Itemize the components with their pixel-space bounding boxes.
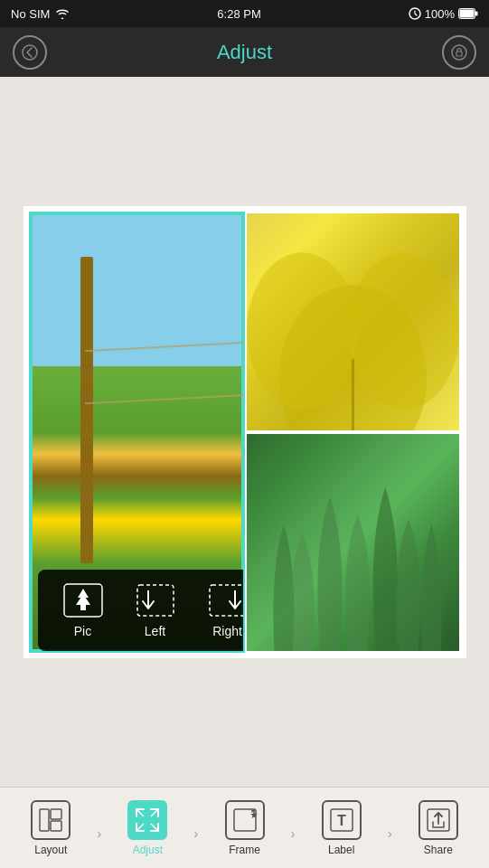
bottom-label-frame: Frame [229,844,260,856]
bottom-label-layout: Layout [34,844,67,856]
svg-rect-22 [51,809,61,819]
toolbar-label-pic: Pic [74,624,91,638]
battery-label: 100% [425,7,455,21]
toolbar-label-right: Right [212,624,242,638]
nav-bar: Adjust [0,27,489,77]
bottom-item-share[interactable]: Share [392,800,484,856]
svg-line-25 [151,809,158,816]
photo-cell-flowers[interactable]: Pic Left [31,213,243,651]
fence-wire-2 [85,392,243,404]
svg-rect-10 [80,605,86,610]
page-title: Adjust [217,41,272,64]
collage-container: Pic Left [24,206,466,658]
share-icon [418,800,458,840]
svg-rect-6 [456,52,462,56]
fence-post [80,257,93,563]
photo-cell-grass[interactable] [247,434,459,651]
svg-rect-11 [137,585,174,616]
toolbar-label-left: Left [145,624,165,638]
time-label: 6:28 PM [217,7,260,21]
svg-point-5 [452,45,466,60]
bottom-label-adjust: Adjust [133,844,163,856]
svg-line-27 [136,824,144,831]
bottom-item-frame[interactable]: Frame [198,800,290,856]
bottom-label-share: Share [424,844,453,856]
bottom-toolbar: Layout › Adjust › [0,787,489,868]
wifi-icon [55,8,70,19]
svg-rect-2 [459,10,474,18]
status-bar: No SIM 6:28 PM 100% [0,0,489,27]
adjust-icon [127,800,167,840]
svg-line-24 [136,809,144,816]
back-button[interactable] [13,35,47,70]
bottom-item-label[interactable]: T Label [295,800,387,856]
toolbar-item-pic[interactable]: Pic [53,582,112,638]
photo-cell-ginkgo[interactable] [247,213,459,430]
svg-point-19 [348,252,459,410]
svg-marker-9 [76,594,90,605]
svg-rect-28 [234,809,256,831]
main-area: Pic Left [0,77,489,787]
collage-grid: Pic Left [31,213,459,651]
grass-decoration [247,434,459,651]
toolbar-item-right[interactable]: Right [198,582,243,638]
bottom-item-adjust[interactable]: Adjust [101,800,193,856]
svg-marker-30 [250,811,258,818]
ginkgo-leaf-decoration [247,213,459,430]
status-right: 100% [409,7,478,21]
left-icon [134,582,177,618]
lock-button[interactable] [442,35,476,70]
svg-point-18 [247,252,358,410]
tree-icon [61,582,105,618]
fence-wire-1 [85,339,243,352]
toolbar-item-left[interactable]: Left [126,582,184,638]
label-icon: T [322,800,362,840]
carrier-label: No SIM [11,7,50,21]
right-icon [206,582,243,618]
orientation-icon [409,7,421,20]
svg-rect-23 [51,821,61,831]
svg-text:T: T [337,813,346,828]
svg-rect-21 [40,809,49,831]
layout-icon [31,800,71,840]
bottom-item-layout[interactable]: Layout [5,800,97,856]
popup-toolbar: Pic Left [38,570,243,651]
battery-icon [458,8,478,19]
svg-rect-13 [210,585,243,616]
frame-icon [225,800,265,840]
svg-line-26 [151,824,158,831]
svg-point-4 [23,45,37,60]
svg-rect-3 [475,12,478,16]
bottom-label-label: Label [328,844,354,856]
status-left: No SIM [11,7,70,21]
